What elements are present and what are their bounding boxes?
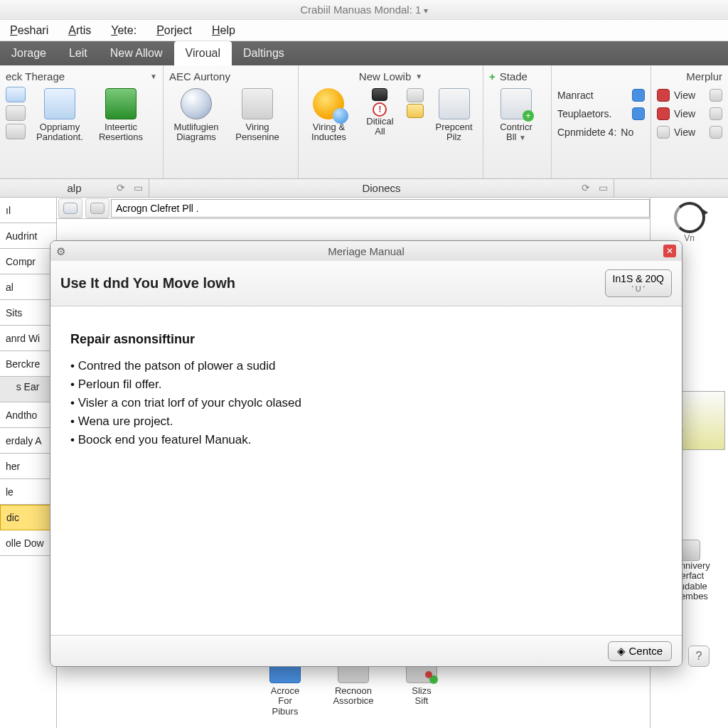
bullet-item: Wena ure project.	[70, 412, 662, 431]
arrow-icon	[632, 89, 645, 102]
list-item[interactable]: Berckre	[0, 351, 56, 377]
refresh-icon[interactable]: ⟳	[114, 182, 127, 195]
square-icon	[657, 89, 670, 102]
list-item[interactable]: al	[0, 274, 56, 300]
oppriamy-button[interactable]: Oppriamy Pandationt.	[33, 84, 87, 143]
bullet-list: Contred the patson of plower a sudidPerl…	[70, 357, 662, 449]
bullet-item: Perloun fil offer.	[70, 375, 662, 394]
diagrams-button[interactable]: Mutlifugien Diagrams	[169, 84, 223, 143]
weather-icon	[313, 88, 344, 119]
refresh-icon[interactable]: ⟳	[579, 182, 592, 195]
list-item[interactable]: le	[0, 479, 56, 505]
dialog-header: Use It dnd You Move lowh In1S & 20Q ' U …	[50, 261, 682, 306]
camera-icon	[372, 88, 387, 101]
list-item[interactable]: s Ear	[0, 377, 56, 402]
globe-icon	[181, 88, 212, 119]
menubar: Peshari Artis Yete: Porject Help	[0, 20, 728, 41]
view-row[interactable]: View	[657, 124, 722, 141]
view-row[interactable]: View	[657, 105, 722, 122]
list-item[interactable]: erdaly A	[0, 428, 56, 454]
tab-daltings[interactable]: Daltings	[232, 41, 296, 65]
tab-leit[interactable]: Leit	[58, 41, 99, 65]
list-item[interactable]: olle Dow	[0, 530, 56, 556]
view-row[interactable]: View	[657, 87, 722, 104]
bullet-item: Visler a con triat lorf of your chyolc o…	[70, 394, 662, 412]
dropdown-icon[interactable]: ▼	[150, 73, 157, 80]
help-round-button[interactable]: ?	[688, 646, 710, 667]
sheet-icon	[710, 126, 722, 139]
list-item[interactable]: Andtho	[0, 402, 56, 428]
list-item[interactable]: Sits	[0, 300, 56, 326]
in15-button[interactable]: In1S & 20Q ' U '	[605, 269, 672, 298]
viring-inductes-button[interactable]: Viring & Inductes	[304, 84, 353, 143]
refresh-large-icon[interactable]	[674, 202, 705, 233]
group-title: New Lowib	[359, 70, 411, 82]
close-panel-icon[interactable]: ▭	[596, 182, 609, 195]
tab-new-allow[interactable]: New Allow	[99, 41, 174, 65]
docs-stack-icon	[44, 88, 75, 119]
centce-button[interactable]: ◈Centce	[608, 641, 672, 661]
alert-icon: !	[373, 102, 387, 117]
window-title: Crabiil Manuas Mondal: 1	[300, 4, 421, 16]
nav-fwd-button[interactable]	[85, 198, 109, 218]
list-item[interactable]: anrd Wi	[0, 326, 56, 351]
nav-back-button[interactable]	[58, 198, 82, 218]
panel-left: alp⟳▭	[0, 179, 149, 197]
square-icon	[657, 107, 670, 120]
viring-button[interactable]: Viring Pensenine	[230, 84, 284, 143]
dialog-title: Meriage Manual	[328, 245, 405, 257]
panel-center: Dionecs⟳▭	[149, 179, 614, 197]
menu-item[interactable]: Artis	[68, 24, 91, 37]
prepcent-button[interactable]: Prepcent Pilz	[431, 84, 477, 143]
ribbon-tabs: Jorage Leit New Allow Viroual Daltings	[0, 41, 728, 65]
cpnmidete-row[interactable]: Cpnmidete 4: No	[557, 124, 645, 141]
sheet-icon	[657, 126, 670, 139]
plus-icon: +	[489, 70, 496, 82]
section-heading: Repair asnonsiftinur	[70, 332, 662, 347]
gear-icon[interactable]: ⚙	[56, 245, 68, 257]
books-icon	[105, 88, 136, 119]
tab-jorage[interactable]: Jorage	[0, 41, 58, 65]
page-icon[interactable]	[407, 88, 424, 102]
dialog-heading: Use It dnd You Move lowh	[60, 275, 605, 291]
sheet-icon	[710, 89, 722, 102]
group-title: Merplur	[686, 70, 722, 82]
form-icon[interactable]	[6, 105, 26, 121]
panel-header-bar: alp⟳▭ Dionecs⟳▭	[0, 179, 728, 198]
tab-viroual[interactable]: Viroual	[174, 41, 232, 65]
group-title: AEC Aurtony	[169, 70, 230, 82]
folder-icon[interactable]	[407, 104, 424, 118]
dialog-footer: ◈Centce	[50, 635, 682, 666]
window-add-icon: +	[500, 88, 532, 119]
list-item[interactable]: Audrint	[0, 223, 56, 249]
contricr-button[interactable]: + Contricr Bll ▼	[489, 84, 543, 143]
address-bar	[57, 198, 650, 219]
ditiical-button[interactable]: ! Ditiical All	[360, 84, 400, 137]
window-icon	[439, 88, 470, 119]
dropdown-icon[interactable]: ▼	[415, 73, 422, 80]
title-dropdown-icon[interactable]: ▾	[421, 6, 427, 16]
menu-item[interactable]: Help	[212, 24, 235, 37]
address-input[interactable]	[111, 199, 650, 218]
doc-icon[interactable]	[6, 87, 26, 102]
templaetors-row[interactable]: Teuplaetors.	[557, 105, 645, 122]
list-item[interactable]: her	[0, 454, 56, 479]
arrow-icon	[632, 107, 645, 120]
list-item[interactable]: dic	[0, 505, 56, 530]
menu-item[interactable]: Porject	[156, 24, 192, 37]
sheet-icon	[710, 107, 722, 120]
menu-item[interactable]: Yete:	[111, 24, 136, 37]
close-panel-icon[interactable]: ▭	[132, 182, 144, 195]
close-icon[interactable]: ✕	[663, 245, 676, 257]
dialog-titlebar: ⚙ Meriage Manual ✕	[50, 241, 682, 261]
group-title: eck Therage	[6, 70, 65, 82]
inteertic-button[interactable]: Inteertic Resertions	[94, 84, 148, 143]
list-item[interactable]: ıl	[0, 198, 56, 223]
group-title: Stade	[500, 70, 528, 82]
manual-dialog: ⚙ Meriage Manual ✕ Use It dnd You Move l…	[50, 240, 682, 667]
form-icon[interactable]	[6, 124, 26, 139]
menu-item[interactable]: Peshari	[10, 24, 48, 37]
bullet-item: Boock end you featurel Manuak.	[70, 431, 662, 449]
manract-row[interactable]: Manract	[557, 87, 645, 104]
list-item[interactable]: Compr	[0, 249, 56, 274]
